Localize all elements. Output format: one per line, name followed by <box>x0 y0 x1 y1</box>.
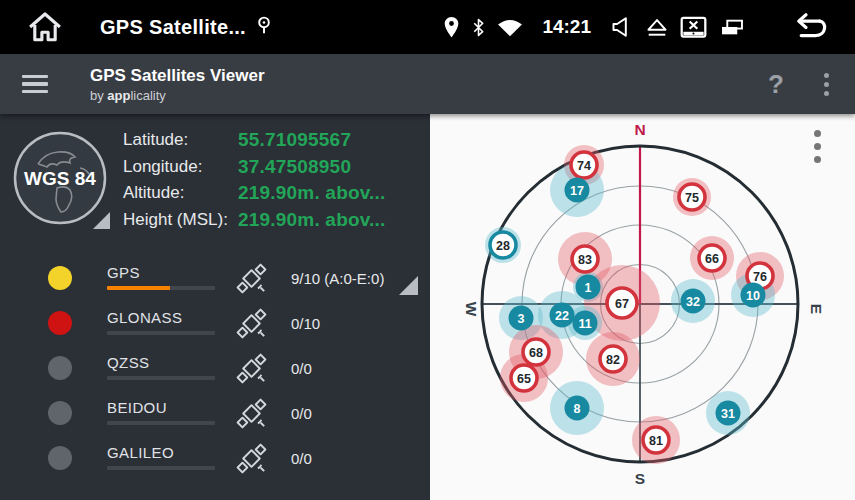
svg-text:28: 28 <box>496 239 510 253</box>
satellite-83: 83 <box>572 246 598 272</box>
menu-hamburger-icon[interactable] <box>22 67 62 101</box>
coord-label: Latitude: <box>123 130 238 150</box>
svg-text:75: 75 <box>685 191 699 205</box>
system-progress-bar <box>107 286 215 290</box>
compass-label: W <box>463 302 480 317</box>
app-titles: GPS Satellites Viewer by applicality <box>90 66 265 103</box>
status-bar: GPS Satellite... 14:21 <box>0 0 855 54</box>
content: WGS 84 Latitude:55.71095567Longitude:37.… <box>0 114 855 500</box>
system-progress-bar <box>107 331 215 335</box>
eject-icon[interactable] <box>645 17 669 38</box>
coord-label: Height (MSL): <box>123 210 238 230</box>
svg-text:8: 8 <box>574 402 581 416</box>
coord-label: Longitude: <box>123 157 238 177</box>
svg-text:83: 83 <box>578 253 592 267</box>
satellite-66: 66 <box>699 245 725 271</box>
plot-overflow-menu-icon[interactable] <box>808 124 827 169</box>
volume-icon[interactable] <box>610 15 634 39</box>
system-row-qzss[interactable]: QZSS 0/0 <box>0 349 430 393</box>
system-count: 0/0 <box>291 405 312 422</box>
system-count: 9/10 (A:0-E:0) <box>291 270 384 287</box>
satellite-icon <box>233 260 270 297</box>
system-status-dot <box>48 446 72 470</box>
bluetooth-icon <box>471 16 486 39</box>
coord-label: Altitude: <box>123 183 238 203</box>
satellite-65: 65 <box>511 365 537 391</box>
satellite-icon <box>233 440 270 477</box>
coord-row: Height (MSL):219.90m. abov... <box>123 207 386 234</box>
svg-text:11: 11 <box>578 317 591 331</box>
location-pin-icon <box>443 16 460 39</box>
coord-value: 219.90m. abov... <box>238 182 386 204</box>
status-app-title: GPS Satellite... <box>100 16 246 39</box>
system-status-dot <box>48 356 72 380</box>
screen: GPS Satellite... 14:21 <box>0 0 855 500</box>
datum-label: WGS 84 <box>24 168 96 189</box>
system-count: 0/0 <box>291 450 312 467</box>
svg-text:66: 66 <box>705 252 719 266</box>
satellite-icon <box>233 305 270 342</box>
svg-text:3: 3 <box>518 312 525 326</box>
satellite-67: 67 <box>607 288 637 318</box>
home-icon <box>25 10 65 44</box>
status-icons: 14:21 <box>443 11 829 43</box>
system-count: 0/10 <box>291 315 320 332</box>
back-return-icon[interactable] <box>783 11 829 43</box>
satellite-22: 22 <box>550 303 575 328</box>
satellite-3: 3 <box>509 306 534 331</box>
satellite-68: 68 <box>523 339 549 365</box>
system-row-galileo[interactable]: GALILEO 0/0 <box>0 439 430 483</box>
svg-text:67: 67 <box>615 297 629 311</box>
compass-label: N <box>634 121 645 138</box>
satellite-82: 82 <box>600 346 626 372</box>
svg-text:22: 22 <box>555 309 569 323</box>
overflow-menu-icon[interactable] <box>818 67 835 102</box>
system-progress-bar <box>107 421 215 425</box>
svg-text:81: 81 <box>649 434 663 448</box>
svg-text:10: 10 <box>746 289 760 303</box>
satellite-11: 11 <box>573 311 598 336</box>
screen-off-icon[interactable] <box>680 16 707 39</box>
system-row-beidou[interactable]: BEIDOU 0/0 <box>0 394 430 438</box>
compass-label: S <box>635 470 645 487</box>
satellite-17: 17 <box>565 178 590 203</box>
help-button[interactable]: ? <box>760 69 792 100</box>
info-panel: WGS 84 Latitude:55.71095567Longitude:37.… <box>0 114 430 500</box>
satellite-81: 81 <box>643 427 669 453</box>
system-status-dot <box>48 266 72 290</box>
svg-text:82: 82 <box>606 353 620 367</box>
home-button[interactable] <box>22 7 68 47</box>
system-progress-bar <box>107 376 215 380</box>
satellite-icon <box>233 395 270 432</box>
system-row-gps[interactable]: GPS 9/10 (A:0-E:0) <box>0 259 430 303</box>
svg-text:31: 31 <box>721 407 735 421</box>
globe-expander-icon[interactable] <box>93 212 110 229</box>
system-status-dot <box>48 311 72 335</box>
satellite-1: 1 <box>576 275 601 300</box>
status-time: 14:21 <box>542 16 591 38</box>
svg-text:32: 32 <box>686 295 700 309</box>
sky-panel: NSWE741775288366761673210322116865828318… <box>430 114 855 500</box>
compass-label: E <box>808 304 825 314</box>
satellite-32: 32 <box>681 289 706 314</box>
recent-windows-icon[interactable] <box>718 17 746 38</box>
svg-text:17: 17 <box>570 184 584 198</box>
coord-value: 37.47508950 <box>238 156 351 178</box>
satellite-31: 31 <box>716 401 741 426</box>
system-name: GALILEO <box>107 444 174 461</box>
svg-text:76: 76 <box>753 270 767 284</box>
system-count: 0/0 <box>291 360 312 377</box>
system-name: QZSS <box>107 354 149 371</box>
app-title: GPS Satellites Viewer <box>90 66 265 86</box>
satellite-icon <box>233 350 270 387</box>
system-row-glonass[interactable]: GLONASS 0/10 <box>0 304 430 348</box>
coord-row: Longitude:37.47508950 <box>123 154 386 181</box>
coord-value: 219.90m. abov... <box>238 209 386 231</box>
coords-list: Latitude:55.71095567Longitude:37.4750895… <box>123 127 386 233</box>
satellite-75: 75 <box>679 184 705 210</box>
svg-text:68: 68 <box>529 346 543 360</box>
satellite-74: 74 <box>571 152 597 178</box>
svg-text:1: 1 <box>585 281 592 295</box>
gps-fix-icon <box>256 15 272 39</box>
system-name: GLONASS <box>107 309 182 326</box>
